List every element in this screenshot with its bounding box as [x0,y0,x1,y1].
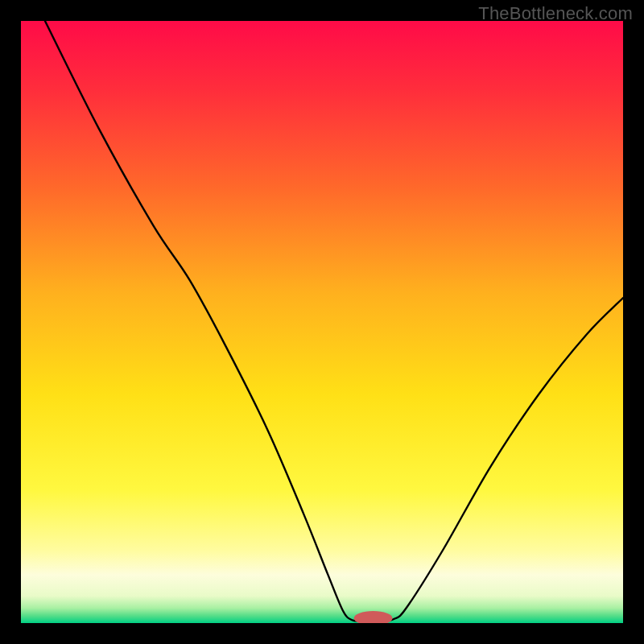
chart-container: TheBottleneck.com [0,0,644,644]
plot-area [21,21,623,623]
svg-point-1 [354,611,393,623]
optimal-marker [21,21,623,623]
